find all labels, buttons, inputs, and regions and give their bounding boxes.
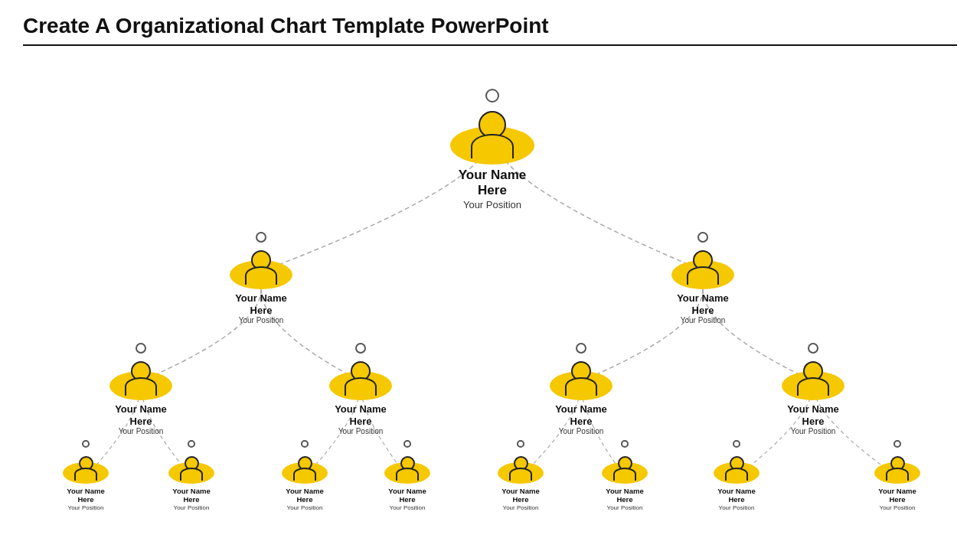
avatar-l2-lr	[329, 348, 392, 400]
node-l3-rrr: Your Name Here Your Position	[874, 444, 920, 511]
node-l3-llr-pos: Your Position	[174, 504, 210, 512]
top-circle-l1-left	[256, 232, 266, 243]
node-l2-rl: Your Name Here Your Position	[550, 348, 612, 436]
top-circle-l3-llr	[188, 440, 195, 448]
avatar-l1-left	[230, 237, 292, 289]
person-icon-l2-rr	[797, 361, 829, 396]
person-body-l2-rr	[797, 377, 829, 396]
node-l3-rll-pos: Your Position	[503, 504, 539, 512]
avatar-l2-rl	[550, 348, 612, 400]
node-root: Your Name Here Your Position	[450, 96, 534, 210]
avatar-l3-lll	[63, 444, 109, 484]
node-l2-ll: Your Name Here Your Position	[109, 348, 172, 436]
person-icon-l3-llr	[180, 456, 203, 481]
person-body-l3-lrr	[396, 468, 419, 481]
node-l3-lrr: Your Name Here Your Position	[384, 444, 430, 511]
person-body-l3-llr	[180, 468, 203, 481]
person-body-l3-rrl	[725, 468, 748, 481]
node-l3-rrr-name: Your Name Here	[874, 487, 920, 504]
person-body-l3-rlr	[613, 468, 636, 481]
node-l3-llr: Your Name Here Your Position	[168, 444, 214, 511]
person-icon-l3-rll	[509, 456, 532, 481]
node-l2-lr-name: Your Name Here	[329, 403, 392, 427]
top-circle-l1-right	[697, 232, 708, 243]
avatar-l3-rrl	[714, 444, 760, 484]
person-icon-l3-lll	[74, 456, 97, 481]
node-l3-lrr-pos: Your Position	[390, 504, 426, 512]
person-body-l3-lll	[74, 468, 97, 481]
node-l3-rrr-pos: Your Position	[880, 504, 916, 512]
chart-area: Your Name Here Your Position Your Name H…	[23, 54, 957, 528]
node-l3-rlr: Your Name Here Your Position	[602, 444, 648, 511]
person-icon-l3-lrr	[396, 456, 419, 481]
node-l2-rr-name: Your Name Here	[782, 403, 844, 427]
top-circle-l2-rl	[576, 343, 586, 354]
node-l3-lrl: Your Name Here Your Position	[282, 444, 328, 511]
person-icon-l2-lr	[345, 361, 377, 396]
node-l3-lll-pos: Your Position	[68, 504, 104, 512]
node-l1-right-name: Your Name Here	[671, 292, 734, 316]
person-icon-l3-rrr	[886, 456, 909, 481]
node-l3-lrr-name: Your Name Here	[384, 487, 430, 504]
avatar-l1-right	[671, 237, 734, 289]
person-body-l1-left	[245, 266, 277, 285]
node-l2-rl-pos: Your Position	[559, 427, 604, 436]
person-icon-l1-right	[687, 250, 719, 285]
top-circle-l3-rrl	[733, 440, 740, 448]
top-circle-l3-rrr	[893, 440, 901, 448]
node-l1-left-pos: Your Position	[239, 316, 284, 325]
person-body-l1-right	[687, 266, 719, 285]
person-body-l2-ll	[125, 377, 157, 396]
node-root-pos: Your Position	[463, 199, 521, 211]
avatar-l3-rll	[498, 444, 544, 484]
avatar-l2-ll	[109, 348, 172, 400]
node-l3-rlr-name: Your Name Here	[602, 487, 648, 504]
node-l3-lrl-pos: Your Position	[287, 504, 323, 512]
top-circle-l3-rll	[517, 440, 524, 448]
person-icon-l3-rlr	[613, 456, 636, 481]
person-body-l2-rl	[565, 377, 597, 396]
node-l2-rr: Your Name Here Your Position	[782, 348, 844, 436]
node-l3-lll-name: Your Name Here	[63, 487, 109, 504]
node-l2-lr: Your Name Here Your Position	[329, 348, 392, 436]
page: Create A Organizational Chart Template P…	[0, 0, 980, 551]
person-icon-l3-rrl	[725, 456, 748, 481]
top-circle-l2-rr	[808, 343, 818, 354]
node-l2-rr-pos: Your Position	[791, 427, 836, 436]
node-root-name: Your Name Here	[450, 168, 534, 199]
person-body-l3-rll	[509, 468, 532, 481]
node-l2-rl-name: Your Name Here	[550, 403, 612, 427]
node-l2-ll-name: Your Name Here	[109, 403, 172, 427]
top-circle-l3-rlr	[621, 440, 629, 448]
top-circle-l2-lr	[355, 343, 366, 354]
avatar-l3-lrr	[384, 444, 430, 484]
node-l3-rll: Your Name Here Your Position	[498, 444, 544, 511]
page-title: Create A Organizational Chart Template P…	[23, 14, 957, 46]
node-l1-left: Your Name Here Your Position	[230, 237, 292, 325]
node-l3-rrl-pos: Your Position	[719, 504, 755, 512]
person-icon-root	[471, 111, 514, 158]
person-icon-l2-rl	[565, 361, 597, 396]
person-body-l2-lr	[345, 377, 377, 396]
node-l3-lll: Your Name Here Your Position	[63, 444, 109, 511]
person-icon-l2-ll	[125, 361, 157, 396]
avatar-l3-rrr	[874, 444, 920, 484]
avatar-l2-rr	[782, 348, 844, 400]
node-l3-rll-name: Your Name Here	[498, 487, 544, 504]
top-circle-l2-ll	[136, 343, 146, 354]
node-l2-lr-pos: Your Position	[338, 427, 384, 436]
avatar-l3-rlr	[602, 444, 648, 484]
node-l3-rlr-pos: Your Position	[607, 504, 643, 512]
person-icon-l3-lrl	[293, 456, 316, 481]
node-l1-right: Your Name Here Your Position	[671, 237, 734, 325]
node-l3-lrl-name: Your Name Here	[282, 487, 328, 504]
top-circle-root	[485, 89, 499, 103]
avatar-root	[450, 96, 534, 165]
person-body-l3-lrl	[293, 468, 316, 481]
node-l3-llr-name: Your Name Here	[168, 487, 214, 504]
person-body-root	[471, 134, 514, 158]
top-circle-l3-lrr	[403, 440, 411, 448]
node-l2-ll-pos: Your Position	[119, 427, 164, 436]
node-l1-left-name: Your Name Here	[230, 292, 292, 316]
avatar-l3-llr	[168, 444, 214, 484]
